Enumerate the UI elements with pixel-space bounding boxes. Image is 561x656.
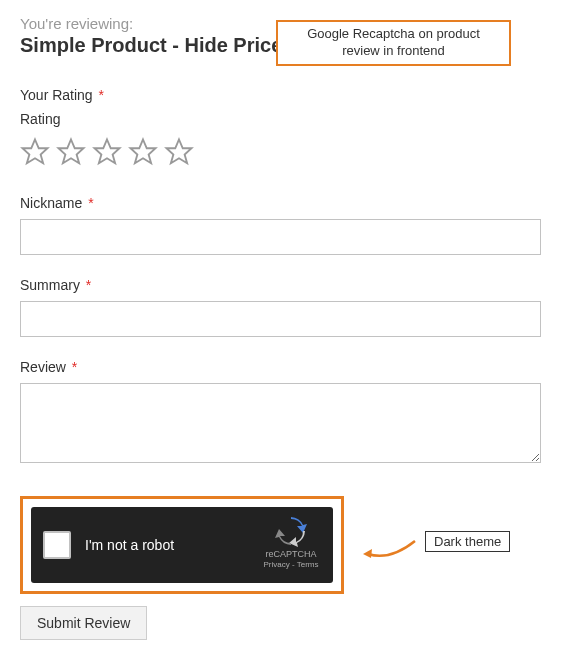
recaptcha-brand: reCAPTCHA — [261, 549, 321, 559]
rating-field: Your Rating * Rating — [20, 87, 541, 167]
rating-sublabel: Rating — [20, 111, 541, 127]
required-indicator: * — [99, 87, 104, 103]
annotation-arrow-icon — [360, 536, 420, 566]
required-indicator: * — [88, 195, 93, 211]
review-label-text: Review — [20, 359, 66, 375]
recaptcha-links[interactable]: Privacy - Terms — [261, 560, 321, 569]
review-textarea[interactable] — [20, 383, 541, 463]
submit-review-button[interactable]: Submit Review — [20, 606, 147, 640]
recaptcha-icon — [275, 515, 307, 547]
summary-label-text: Summary — [20, 277, 80, 293]
required-indicator: * — [72, 359, 77, 375]
svg-marker-2 — [95, 140, 120, 164]
svg-marker-4 — [167, 140, 192, 164]
rating-label-text: Your Rating — [20, 87, 93, 103]
star-5[interactable] — [164, 137, 194, 167]
recaptcha-section: I'm not a robot reCAPTCHA Privacy - Term… — [20, 496, 541, 594]
recaptcha-checkbox[interactable] — [43, 531, 71, 559]
recaptcha-widget: I'm not a robot reCAPTCHA Privacy - Term… — [31, 507, 333, 583]
recaptcha-text: I'm not a robot — [85, 537, 174, 553]
summary-label: Summary * — [20, 277, 541, 293]
star-rating-group — [20, 137, 541, 167]
nickname-field: Nickname * — [20, 195, 541, 255]
rating-label: Your Rating * — [20, 87, 541, 103]
star-3[interactable] — [92, 137, 122, 167]
nickname-label-text: Nickname — [20, 195, 82, 211]
star-1[interactable] — [20, 137, 50, 167]
required-indicator: * — [86, 277, 91, 293]
recaptcha-logo-area: reCAPTCHA Privacy - Terms — [261, 515, 321, 569]
annotation-dark-theme: Dark theme — [425, 531, 510, 552]
summary-field: Summary * — [20, 277, 541, 337]
summary-input[interactable] — [20, 301, 541, 337]
svg-marker-1 — [59, 140, 84, 164]
recaptcha-annotation-border: I'm not a robot reCAPTCHA Privacy - Term… — [20, 496, 344, 594]
nickname-label: Nickname * — [20, 195, 541, 211]
review-field: Review * — [20, 359, 541, 466]
svg-marker-5 — [363, 549, 372, 558]
review-form-container: Google Recaptcha on product review in fr… — [20, 15, 541, 640]
star-2[interactable] — [56, 137, 86, 167]
svg-marker-0 — [23, 140, 48, 164]
svg-marker-3 — [131, 140, 156, 164]
star-4[interactable] — [128, 137, 158, 167]
annotation-top: Google Recaptcha on product review in fr… — [276, 20, 511, 66]
review-label: Review * — [20, 359, 541, 375]
nickname-input[interactable] — [20, 219, 541, 255]
